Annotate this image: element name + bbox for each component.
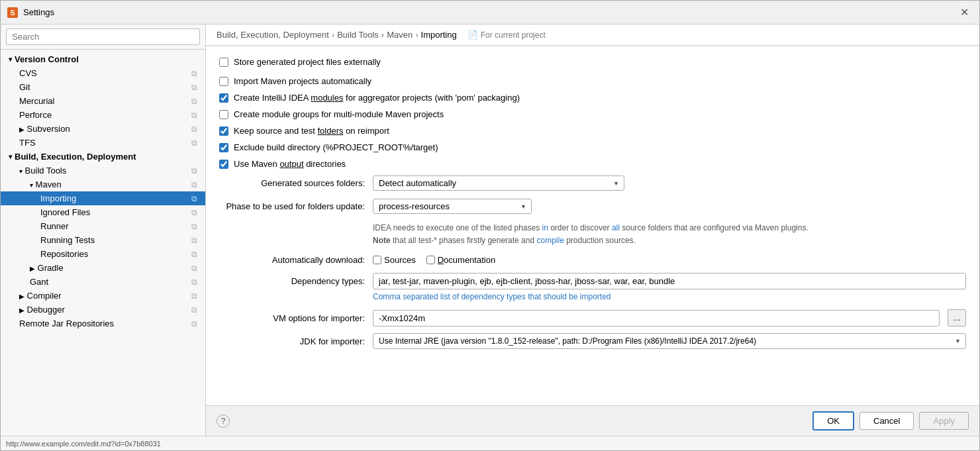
underline-folders: folders (317, 126, 343, 136)
sidebar-item-gant[interactable]: Gant ⧉ (1, 275, 205, 289)
underline-modules: modules (311, 93, 343, 103)
auto-download-row: Automatically download: Sources Document… (219, 255, 966, 265)
jdk-dropdown-wrapper: Use Internal JRE (java version "1.8.0_15… (373, 333, 966, 349)
sidebar-item-running-tests[interactable]: Running Tests ⧉ (1, 233, 205, 247)
copy-icon: ⧉ (191, 138, 197, 148)
sources-check: Sources (373, 255, 416, 265)
chevron-down-icon: ▾ (9, 153, 12, 160)
copy-icon: ⧉ (191, 250, 197, 259)
phase-label: Phase to be used for folders update: (219, 201, 365, 211)
apply-button[interactable]: Apply (919, 412, 969, 430)
checkbox-create-module-groups-input[interactable] (219, 110, 228, 119)
sidebar-tree: ▾ Version Control CVS ⧉ Git ⧉ Mercurial … (1, 50, 205, 436)
vm-options-input[interactable] (373, 310, 940, 326)
checkbox-create-intellij-modules-input[interactable] (219, 93, 228, 103)
sidebar-item-gradle[interactable]: ▶ Gradle ⧉ (1, 261, 205, 275)
sidebar-item-compiler[interactable]: ▶ Compiler ⧉ (1, 289, 205, 303)
sidebar-item-debugger[interactable]: ▶ Debugger ⧉ (1, 303, 205, 317)
sidebar-item-remote-jar-repositories[interactable]: Remote Jar Repositories ⧉ (1, 317, 205, 330)
breadcrumb-current: Importing (421, 30, 457, 40)
checkbox-keep-source-folders-label: Keep source and test folders on reimport (234, 126, 389, 136)
breadcrumb-arrow: › (332, 30, 334, 40)
document-icon: 📄 (467, 30, 478, 40)
sidebar-item-importing[interactable]: Importing ⧉ (1, 191, 205, 205)
sidebar-item-cvs[interactable]: CVS ⧉ (1, 66, 205, 80)
copy-icon: ⧉ (191, 125, 197, 134)
sidebar-item-repositories[interactable]: Repositories ⧉ (1, 247, 205, 261)
copy-icon: ⧉ (191, 319, 197, 328)
documentation-check: Documentation (426, 255, 495, 265)
info-line-1: IDEA needs to execute one of the listed … (373, 222, 966, 234)
sidebar-item-tfs[interactable]: TFS ⧉ (1, 136, 205, 150)
copy-icon: ⧉ (191, 208, 197, 217)
sidebar-item-maven[interactable]: ▾ Maven ⧉ (1, 177, 205, 191)
checkbox-exclude-build-dir-input[interactable] (219, 143, 228, 152)
breadcrumb-part-3: Maven (387, 30, 413, 40)
dep-types-input[interactable] (373, 273, 966, 289)
sidebar-item-subversion[interactable]: ▶ Subversion ⧉ (1, 122, 205, 136)
sources-checkbox[interactable] (373, 256, 381, 264)
checkbox-use-maven-output-input[interactable] (219, 160, 228, 169)
copy-icon: ⧉ (191, 222, 197, 231)
checkbox-import-maven-label: Import Maven projects automatically (234, 76, 371, 86)
copy-icon: ⧉ (191, 83, 197, 92)
documentation-label: Documentation (438, 255, 495, 265)
generated-sources-label: Generated sources folders: (219, 178, 365, 188)
window-title: Settings (23, 7, 54, 17)
sidebar-item-perforce[interactable]: Perforce ⧉ (1, 108, 205, 122)
main-content: ▾ Version Control CVS ⧉ Git ⧉ Mercurial … (1, 25, 979, 436)
sidebar: ▾ Version Control CVS ⧉ Git ⧉ Mercurial … (1, 25, 206, 436)
dep-types-label: Dependency types: (219, 276, 365, 286)
checkbox-import-maven-input[interactable] (219, 77, 228, 86)
checkbox-import-maven: Import Maven projects automatically (219, 76, 966, 86)
breadcrumb-part-2: Build Tools (337, 30, 379, 40)
checkbox-create-intellij-modules-label: Create IntelliJ IDEA modules for aggrega… (234, 93, 520, 103)
vm-options-label: VM options for importer: (219, 313, 365, 323)
jdk-dropdown[interactable]: Use Internal JRE (java version "1.8.0_15… (373, 333, 966, 349)
ok-button[interactable]: OK (812, 411, 854, 430)
highlighted-in: in (542, 223, 548, 232)
generated-sources-dropdown[interactable]: Detect automatically Generated source ro… (373, 175, 624, 191)
vm-options-browse-button[interactable]: … (948, 309, 966, 326)
copy-icon: ⧉ (191, 194, 197, 203)
breadcrumb-arrow: › (415, 30, 418, 40)
underline-output: output (279, 159, 303, 169)
sidebar-section-label: Version Control (15, 54, 79, 64)
search-box (1, 25, 205, 50)
sidebar-item-build-execution-deployment[interactable]: ▾ Build, Execution, Deployment (1, 150, 205, 164)
sidebar-section-label: Build, Execution, Deployment (15, 152, 136, 162)
sidebar-item-build-tools[interactable]: ▾ Build Tools ⧉ (1, 164, 205, 177)
documentation-checkbox[interactable] (426, 256, 435, 264)
sidebar-item-mercurial[interactable]: Mercurial ⧉ (1, 94, 205, 108)
checkbox-use-maven-output-label: Use Maven output directories (234, 159, 346, 169)
phase-dropdown[interactable]: process-resources generate-sources initi… (373, 199, 532, 214)
copy-icon: ⧉ (191, 180, 197, 189)
info-block: IDEA needs to execute one of the listed … (373, 222, 966, 247)
sidebar-item-version-control[interactable]: ▾ Version Control (1, 52, 205, 66)
breadcrumb-arrow: › (381, 30, 384, 40)
cancel-button[interactable]: Cancel (859, 412, 914, 430)
copy-icon: ⧉ (191, 305, 197, 315)
help-button[interactable]: ? (217, 415, 230, 428)
dep-types-hint: Comma separated list of dependency types… (373, 292, 966, 301)
close-button[interactable]: ✕ (956, 5, 973, 20)
search-input[interactable] (6, 28, 200, 45)
sidebar-item-runner[interactable]: Runner ⧉ (1, 219, 205, 233)
status-bar: http://www.example.com/edit.md?id=0x7b88… (1, 436, 979, 450)
sources-label: Sources (384, 255, 416, 265)
checkbox-store-generated-input[interactable] (219, 58, 228, 67)
auto-download-checks: Sources Documentation (373, 255, 495, 265)
generated-sources-row: Generated sources folders: Detect automa… (219, 175, 966, 191)
settings-body: Store generated project files externally… (206, 46, 979, 405)
copy-icon: ⧉ (191, 236, 197, 245)
highlighted-compile: compile (536, 236, 564, 245)
app-icon: S (7, 7, 18, 18)
breadcrumb: Build, Execution, Deployment › Build Too… (206, 25, 979, 46)
bottom-bar: ? OK Cancel Apply (206, 405, 979, 436)
copy-icon: ⧉ (191, 166, 197, 175)
settings-window: S Settings ✕ ▾ Version Control CVS ⧉ (0, 0, 980, 451)
sidebar-item-ignored-files[interactable]: Ignored Files ⧉ (1, 205, 205, 219)
checkbox-keep-source-folders-input[interactable] (219, 126, 228, 136)
sidebar-item-git[interactable]: Git ⧉ (1, 80, 205, 94)
chevron-down-icon: ▾ (9, 56, 12, 63)
